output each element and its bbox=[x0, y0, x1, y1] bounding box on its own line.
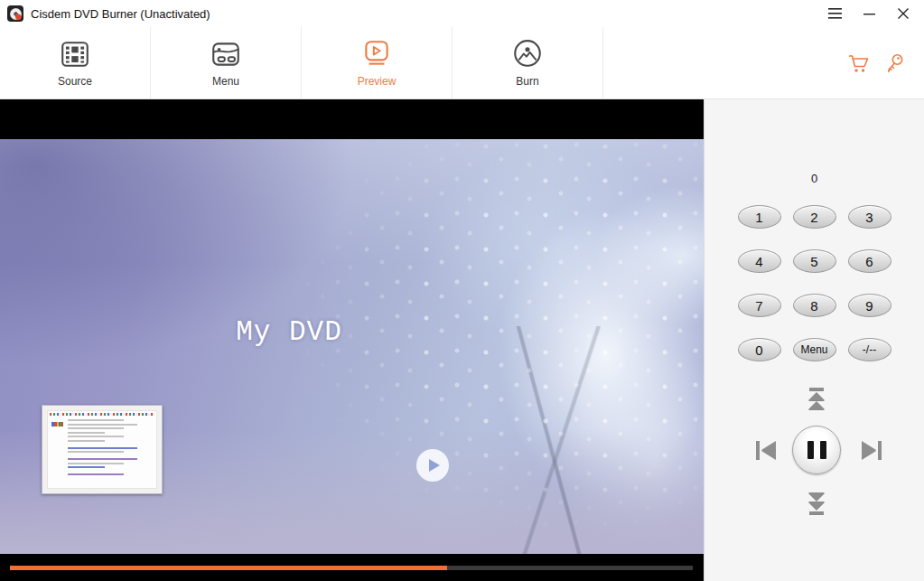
tab-menu-label: Menu bbox=[212, 75, 239, 88]
remote-display: 0 bbox=[705, 172, 924, 185]
tab-preview-label: Preview bbox=[358, 75, 397, 88]
titlebar: Cisdem DVD Burner (Unactivated) bbox=[0, 0, 924, 27]
remote-keypad: 1 2 3 4 5 6 7 8 9 0 Menu -/-- bbox=[705, 205, 924, 361]
remote-key-0[interactable]: 0 bbox=[738, 338, 781, 361]
skip-top-button[interactable] bbox=[806, 387, 827, 417]
tab-source[interactable]: Source bbox=[0, 27, 151, 98]
close-button[interactable] bbox=[886, 0, 920, 27]
remote-key-4[interactable]: 4 bbox=[738, 249, 781, 273]
video-thumbnail bbox=[42, 405, 163, 494]
key-icon bbox=[885, 53, 904, 73]
remote-key-2[interactable]: 2 bbox=[793, 205, 836, 229]
skip-bottom-button[interactable] bbox=[806, 484, 827, 515]
minimize-button[interactable] bbox=[852, 0, 886, 27]
prev-track-button[interactable] bbox=[754, 440, 778, 460]
preview-play-icon bbox=[360, 38, 393, 70]
skip-top-icon bbox=[806, 387, 827, 417]
tab-preview[interactable]: Preview bbox=[302, 27, 453, 98]
tab-burn[interactable]: Burn bbox=[453, 27, 603, 98]
toolbar-right bbox=[848, 27, 904, 99]
hamburger-menu-button[interactable] bbox=[817, 0, 852, 27]
filmstrip-icon bbox=[59, 38, 91, 70]
progress-fill bbox=[10, 566, 447, 570]
hamburger-menu-icon bbox=[828, 8, 842, 19]
remote-key-dash[interactable]: -/-- bbox=[848, 338, 891, 361]
window-controls bbox=[817, 0, 920, 27]
thumbnail-webpage bbox=[47, 410, 157, 489]
close-icon bbox=[898, 8, 909, 19]
remote-key-9[interactable]: 9 bbox=[848, 294, 891, 317]
tab-source-label: Source bbox=[58, 75, 92, 88]
register-key-button[interactable] bbox=[885, 53, 904, 73]
dvd-menu-title: My DVD bbox=[0, 316, 578, 348]
app-icon bbox=[7, 5, 23, 22]
prev-track-icon bbox=[754, 440, 778, 460]
toolbar-tabs: Source Menu Preview bbox=[0, 27, 924, 98]
toolbar: Source Menu Preview bbox=[0, 27, 924, 99]
remote-key-6[interactable]: 6 bbox=[848, 249, 891, 273]
menu-layout-icon bbox=[210, 38, 242, 70]
remote-key-8[interactable]: 8 bbox=[793, 294, 836, 317]
next-track-button[interactable] bbox=[860, 440, 883, 460]
cart-icon bbox=[848, 54, 869, 73]
dvd-menu-preview: My DVD bbox=[0, 139, 704, 554]
remote-key-7[interactable]: 7 bbox=[738, 294, 781, 317]
tab-burn-label: Burn bbox=[516, 75, 538, 88]
tab-menu[interactable]: Menu bbox=[151, 27, 302, 98]
remote-panel: 0 1 2 3 4 5 6 7 8 9 0 Menu -/-- bbox=[704, 99, 924, 581]
remote-key-1[interactable]: 1 bbox=[738, 205, 781, 229]
minimize-icon bbox=[863, 8, 875, 19]
play-overlay-button[interactable] bbox=[416, 449, 449, 482]
buy-cart-button[interactable] bbox=[848, 54, 869, 73]
remote-key-menu[interactable]: Menu bbox=[793, 338, 836, 361]
burn-disc-icon bbox=[511, 38, 544, 70]
skip-bottom-icon bbox=[806, 484, 827, 515]
play-overlay-icon bbox=[429, 459, 440, 472]
pause-icon bbox=[807, 441, 814, 459]
next-track-icon bbox=[860, 440, 883, 460]
remote-key-5[interactable]: 5 bbox=[793, 249, 836, 273]
remote-key-3[interactable]: 3 bbox=[848, 205, 891, 229]
main-area: My DVD bbox=[0, 99, 924, 581]
pause-button[interactable] bbox=[792, 426, 841, 474]
app-window: Cisdem DVD Burner (Unactivated) bbox=[0, 0, 924, 581]
preview-pane: My DVD bbox=[0, 99, 704, 581]
progress-bar[interactable] bbox=[10, 566, 693, 570]
flower-stems-decor bbox=[451, 326, 658, 554]
window-title: Cisdem DVD Burner (Unactivated) bbox=[31, 7, 210, 21]
